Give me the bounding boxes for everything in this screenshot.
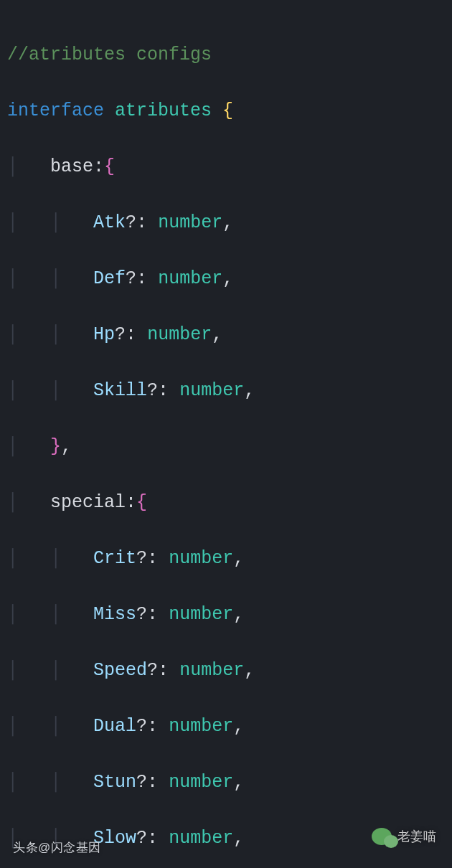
brace-close: } xyxy=(50,436,61,457)
prop: Miss xyxy=(93,604,136,625)
type: number xyxy=(158,268,222,289)
wechat-icon xyxy=(372,828,392,845)
prop: Def xyxy=(93,268,126,289)
prop: Stun xyxy=(93,772,136,793)
prop: Dual xyxy=(93,716,136,737)
code-line: │ │ Skill?: number, xyxy=(7,377,448,405)
code-line: │ │ Stun?: number, xyxy=(7,768,448,796)
code-line: │ │ Speed?: number, xyxy=(7,656,448,684)
code-line: //atributes configs xyxy=(7,41,448,69)
code-line: │ │ Hp?: number, xyxy=(7,321,448,349)
code-line: interface atributes { xyxy=(7,97,448,125)
code-line: │ │ Miss?: number, xyxy=(7,600,448,628)
interface-name: atributes xyxy=(115,100,212,121)
watermark-right: 老姜喵 xyxy=(372,826,436,846)
type: number xyxy=(169,604,233,625)
type: number xyxy=(179,660,244,681)
brace-open: { xyxy=(104,156,115,177)
type: number xyxy=(169,828,233,849)
code-line: │ base:{ xyxy=(7,153,448,181)
brace-open: { xyxy=(222,100,233,121)
comment: //atributes configs xyxy=(7,44,212,65)
prop: Hp xyxy=(93,324,115,345)
code-line: │ }, xyxy=(7,433,448,461)
watermark-right-text: 老姜喵 xyxy=(397,826,436,846)
code-editor: //atributes configs interface atributes … xyxy=(0,0,452,868)
type: number xyxy=(147,324,212,345)
type: number xyxy=(169,772,233,793)
prop: Speed xyxy=(93,660,147,681)
code-line: │ │ Atk?: number, xyxy=(7,209,448,237)
kw-interface: interface xyxy=(7,100,104,121)
type: number xyxy=(179,380,244,401)
type: number xyxy=(169,548,233,569)
prop: Skill xyxy=(93,380,147,401)
section-base: base xyxy=(50,156,93,177)
code-line: │ │ Crit?: number, xyxy=(7,544,448,572)
section-special: special xyxy=(50,492,126,513)
code-line: │ special:{ xyxy=(7,489,448,516)
type: number xyxy=(169,716,233,737)
prop: Atk xyxy=(93,212,126,233)
watermark-left: 头条@闪念基因 xyxy=(13,839,101,858)
prop: Crit xyxy=(93,548,136,569)
type: number xyxy=(158,212,222,233)
brace-open: { xyxy=(136,492,147,513)
code-line: │ │ Dual?: number, xyxy=(7,712,448,740)
code-line: │ │ Def?: number, xyxy=(7,265,448,293)
